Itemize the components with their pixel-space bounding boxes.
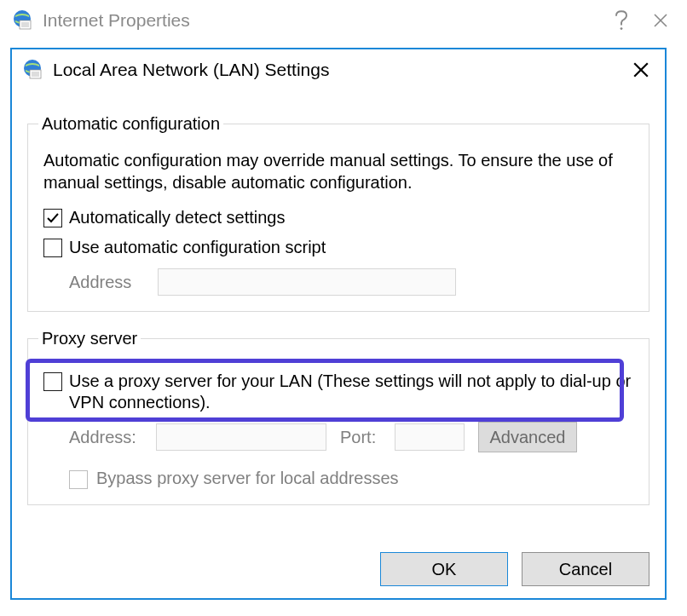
auto-address-input[interactable] [158, 268, 456, 296]
proxy-port-input[interactable] [395, 423, 465, 451]
auto-detect-label: Automatically detect settings [69, 207, 285, 228]
auto-script-label: Use automatic configuration script [69, 237, 326, 258]
dialog-footer: OK Cancel [27, 532, 649, 586]
lan-settings-dialog: Local Area Network (LAN) Settings Automa… [10, 48, 667, 600]
parent-close-button[interactable] [641, 2, 680, 39]
auto-detect-checkbox[interactable] [43, 209, 62, 227]
lan-settings-icon [22, 58, 44, 83]
proxy-server-group: Proxy server Use a proxy server for your… [27, 329, 649, 505]
automatic-configuration-legend: Automatic configuration [38, 114, 223, 134]
parent-window-title: Internet Properties [43, 10, 190, 31]
modal-close-button[interactable] [622, 52, 660, 88]
proxy-port-label: Port: [340, 428, 381, 447]
ok-button[interactable]: OK [380, 552, 508, 586]
proxy-address-label: Address: [69, 428, 142, 447]
bypass-proxy-label: Bypass proxy server for local addresses [96, 468, 399, 489]
proxy-address-input[interactable] [156, 423, 326, 451]
cancel-button[interactable]: Cancel [522, 552, 649, 586]
auto-script-checkbox[interactable] [43, 239, 62, 257]
use-proxy-checkbox[interactable] [43, 372, 62, 391]
advanced-button[interactable]: Advanced [478, 422, 577, 452]
automatic-configuration-description: Automatic configuration may override man… [43, 149, 633, 193]
help-button[interactable] [602, 2, 641, 39]
modal-titlebar: Local Area Network (LAN) Settings [12, 49, 665, 90]
auto-address-label: Address [69, 273, 142, 292]
automatic-configuration-group: Automatic configuration Automatic config… [27, 114, 649, 312]
proxy-server-legend: Proxy server [38, 329, 141, 348]
use-proxy-label: Use a proxy server for your LAN (These s… [69, 371, 633, 413]
internet-options-icon [12, 9, 34, 34]
modal-title: Local Area Network (LAN) Settings [53, 60, 329, 80]
bypass-proxy-checkbox[interactable] [69, 470, 88, 489]
svg-point-5 [621, 27, 623, 30]
parent-window-titlebar: Internet Properties [0, 0, 687, 41]
